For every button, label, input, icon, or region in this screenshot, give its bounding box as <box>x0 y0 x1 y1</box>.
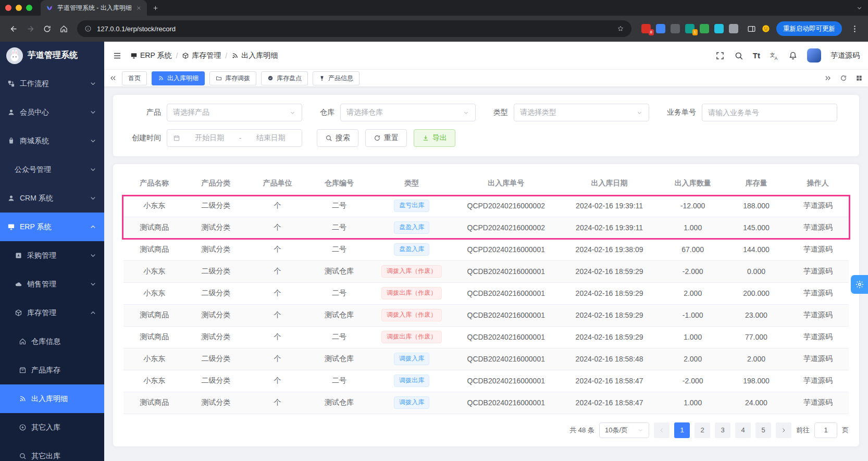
goto-page-input[interactable] <box>814 422 837 438</box>
home-button[interactable] <box>55 20 72 37</box>
sidebar-item-purchase[interactable]: 采购管理 <box>0 241 104 270</box>
page-button-4[interactable]: 4 <box>735 422 751 438</box>
reload-button[interactable] <box>39 20 55 37</box>
tabs-menu-icon[interactable] <box>855 74 863 82</box>
browser-update-button[interactable]: 重新启动即可更新 <box>776 21 842 36</box>
extension-teal-icon[interactable]: 1 <box>685 24 695 33</box>
page-button-1[interactable]: 1 <box>674 422 690 438</box>
sidebar-item-other-out[interactable]: 其它出库 <box>0 442 104 461</box>
bookmark-icon[interactable] <box>617 25 624 32</box>
cell-date: 2024-02-16 18:59:29 <box>559 304 660 326</box>
extension-green-icon[interactable] <box>700 24 709 33</box>
breadcrumb-item[interactable]: 库存管理 <box>182 51 221 60</box>
table-row[interactable]: 小东东二级分类个测试仓库调拨入库QCDB202402160000012024-0… <box>123 348 849 370</box>
sidebar-item-mall[interactable]: 商城系统 <box>0 127 104 155</box>
check-circle-icon <box>267 75 274 81</box>
bizno-input[interactable] <box>702 104 837 121</box>
cell-unit: 个 <box>247 304 308 326</box>
view-tab-3[interactable]: 库存盘点 <box>261 71 308 85</box>
sidebar-item-product-stock[interactable]: 产品库存 <box>0 356 104 384</box>
sidebar-item-wechat-mp[interactable]: 公众号管理 <box>0 155 104 184</box>
table-row[interactable]: 测试商品测试分类个二号调拨出库（作废）QCDB20240216000001202… <box>123 326 849 348</box>
date-range-separator: - <box>239 134 242 142</box>
view-tab-4[interactable]: 产品信息 <box>313 71 359 85</box>
page-button-2[interactable]: 2 <box>695 422 710 438</box>
forward-button[interactable] <box>22 20 39 37</box>
sidebar-item-workflow[interactable]: 工作流程 <box>0 69 104 98</box>
type-badge: 盘盈入库 <box>394 243 429 256</box>
profile-avatar-icon[interactable] <box>762 24 770 33</box>
sidebar-item-erp[interactable]: ERP 系统 <box>0 213 104 241</box>
table-row[interactable]: 测试商品测试分类个二号盘盈入库QCPD202402160000012024-02… <box>123 239 849 260</box>
address-bar[interactable]: 127.0.0.1/erp/stock/record <box>77 20 631 37</box>
translate-icon[interactable]: 文A <box>770 51 779 60</box>
table-row[interactable]: 小东东二级分类个测试仓库调拨入库（作废）QCDB2024021600000120… <box>123 260 849 282</box>
zoom-window-button[interactable] <box>26 5 32 11</box>
type-select[interactable]: 请选择类型 <box>514 104 649 121</box>
table-row[interactable]: 小东东二级分类个二号盘亏出库QCPD202402160000022024-02-… <box>123 195 849 217</box>
export-button[interactable]: 导出 <box>414 129 455 147</box>
extension-puzzle-icon[interactable] <box>729 24 738 33</box>
extension-red-icon[interactable]: 8 <box>641 24 651 33</box>
reset-button[interactable]: 重置 <box>365 129 407 147</box>
search-icon[interactable] <box>734 51 743 60</box>
product-select[interactable]: 请选择产品 <box>167 104 302 121</box>
cell-qty: 1.000 <box>660 326 725 348</box>
sidebar-item-sales[interactable]: 销售管理 <box>0 270 104 298</box>
search-button[interactable]: 搜索 <box>317 129 358 147</box>
username[interactable]: 芋道源码 <box>830 51 860 60</box>
collapse-sidebar-icon[interactable] <box>113 51 122 60</box>
page-size-select[interactable]: 10条/页 <box>599 422 649 438</box>
extension-blue-icon[interactable] <box>656 24 665 33</box>
cell-warehouse: 二号 <box>308 282 370 304</box>
close-tab-icon[interactable] <box>136 5 142 11</box>
search-icon <box>325 134 332 142</box>
app-logo[interactable]: 芋道管理系统 <box>0 42 104 69</box>
view-tab-label: 库存调拨 <box>225 74 250 83</box>
side-panel-icon[interactable] <box>743 20 760 37</box>
cell-warehouse: 二号 <box>308 195 370 217</box>
settings-fab[interactable] <box>851 275 868 294</box>
sidebar-item-stock[interactable]: 库存管理 <box>0 298 104 327</box>
view-tab-1[interactable]: 出入库明细 <box>152 71 205 85</box>
scroll-tabs-right-icon[interactable] <box>824 74 832 82</box>
extension-dark-icon[interactable] <box>671 24 680 33</box>
next-page-button[interactable] <box>776 422 791 438</box>
minimize-window-button[interactable] <box>16 5 22 11</box>
browser-tab-strip: 芋道管理系统 - 出入库明细 <box>0 0 868 16</box>
sidebar-item-warehouse-info[interactable]: 仓库信息 <box>0 327 104 356</box>
fullscreen-icon[interactable] <box>715 51 725 60</box>
back-button[interactable] <box>5 20 22 37</box>
tags-right-actions <box>824 74 863 82</box>
browser-menu-icon[interactable] <box>846 20 863 37</box>
prev-page-button[interactable] <box>654 422 669 438</box>
notification-bell-icon[interactable] <box>788 51 798 60</box>
sidebar-item-crm[interactable]: CRM 系统 <box>0 184 104 213</box>
search-button-label: 搜索 <box>336 133 350 143</box>
new-tab-button[interactable] <box>152 5 159 11</box>
sidebar-item-member[interactable]: 会员中心 <box>0 98 104 127</box>
tab-search-icon[interactable] <box>856 5 863 11</box>
table-row[interactable]: 测试商品测试分类个测试仓库调拨入库（作废）QCDB202402160000012… <box>123 304 849 326</box>
breadcrumb-item[interactable]: ERP 系统 <box>130 51 171 60</box>
site-info-icon[interactable] <box>84 25 92 32</box>
page-button-3[interactable]: 3 <box>715 422 730 438</box>
user-avatar[interactable] <box>807 48 821 63</box>
refresh-page-icon[interactable] <box>840 74 847 82</box>
browser-tab[interactable]: 芋道管理系统 - 出入库明细 <box>41 0 147 16</box>
date-range-picker[interactable]: 开始日期 - 结束日期 <box>167 129 302 147</box>
sidebar-item-stock-record[interactable]: 出入库明细 <box>0 384 104 413</box>
table-row[interactable]: 测试商品测试分类个二号盘盈入库QCPD202402160000022024-02… <box>123 217 849 239</box>
close-window-button[interactable] <box>5 5 11 11</box>
view-tab-0[interactable]: 首页 <box>122 71 147 85</box>
table-row[interactable]: 测试商品测试分类个测试仓库调拨入库QCDB202402160000012024-… <box>123 392 849 414</box>
font-size-icon[interactable]: Tt <box>753 51 760 60</box>
page-button-5[interactable]: 5 <box>755 422 771 438</box>
view-tab-2[interactable]: 库存调拨 <box>209 71 256 85</box>
table-row[interactable]: 小东东二级分类个二号调拨出库（作废）QCDB202402160000012024… <box>123 282 849 304</box>
sidebar-item-other-in[interactable]: 其它入库 <box>0 413 104 442</box>
scroll-tabs-left-icon[interactable] <box>109 74 117 82</box>
extension-cyan-icon[interactable] <box>714 24 724 33</box>
warehouse-select[interactable]: 请选择仓库 <box>340 104 476 121</box>
table-row[interactable]: 小东东二级分类个二号调拨出库QCDB202402160000012024-02-… <box>123 370 849 392</box>
